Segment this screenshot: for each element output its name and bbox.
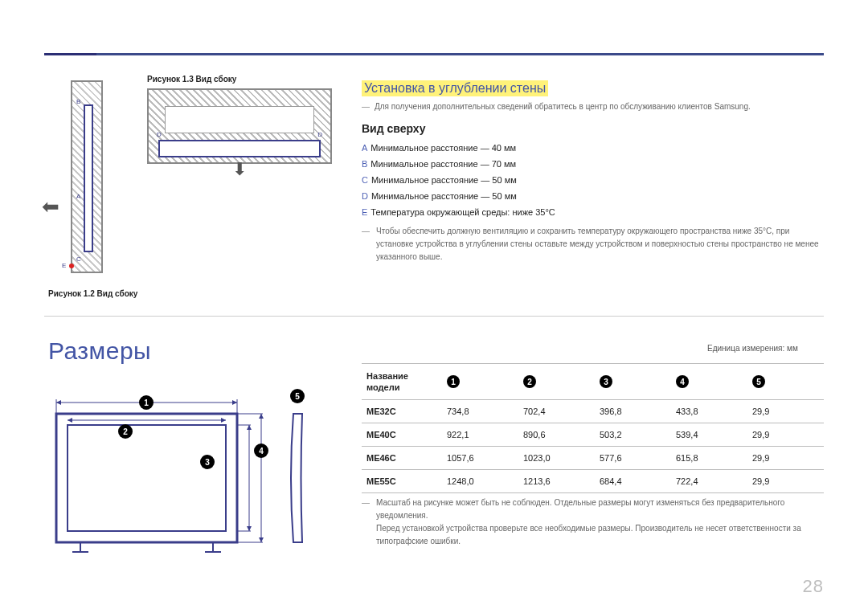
cell: 29,9	[747, 423, 824, 446]
cell: 396,8	[595, 400, 671, 423]
subhead-top-view: Вид сверху	[362, 122, 426, 135]
footnote-1: Масштаб на рисунке может быть не соблюде…	[376, 497, 820, 522]
page-number: 28	[803, 576, 824, 597]
cell: 722,4	[671, 470, 747, 492]
badge-4-icon: 4	[676, 375, 689, 388]
cell: 1023,0	[518, 447, 595, 469]
svg-marker-8	[68, 418, 72, 423]
cell: 29,9	[747, 400, 824, 423]
table-row: ME46C 1057,6 1023,0 577,6 615,8 29,9	[362, 447, 824, 470]
dimension-diagram: 1 2 3 4 5	[48, 382, 317, 558]
cell: 577,6	[595, 447, 671, 469]
table-row: ME40C 922,1 890,6 503,2 539,4 29,9	[362, 423, 824, 447]
header-accent	[44, 53, 96, 55]
svg-marker-14	[259, 414, 264, 419]
svg-marker-3	[56, 400, 61, 405]
dist-key-e: E	[362, 207, 367, 217]
cell: 29,9	[747, 470, 824, 492]
header-rule	[44, 53, 824, 55]
page: Рисунок 1.3 Вид сбоку D D ⬇ B A C E ⬅ Ри…	[0, 0, 868, 613]
cell: 539,4	[671, 423, 747, 446]
svg-text:5: 5	[295, 392, 300, 401]
cell: 433,8	[671, 400, 747, 423]
dist-key-b: B	[362, 159, 367, 169]
dist-text-d: Минимальное расстояние — 50 мм	[371, 191, 517, 201]
divider	[44, 316, 824, 317]
badge-1-icon: 1	[447, 375, 460, 388]
down-arrow-icon: ⬇	[232, 159, 247, 180]
cell-model: ME40C	[362, 423, 442, 446]
cell-model: ME55C	[362, 470, 442, 492]
svg-text:3: 3	[205, 458, 210, 467]
figure-1-3-caption: Рисунок 1.3 Вид сбоку	[147, 75, 236, 84]
cell: 1248,0	[442, 470, 518, 492]
ventilation-note: ―Чтобы обеспечить должную вентиляцию и с…	[362, 225, 820, 264]
ventilation-note-text: Чтобы обеспечить должную вентиляцию и со…	[376, 225, 820, 264]
install-note-text: Для получения дополнительных сведений об…	[375, 102, 751, 111]
cell-model: ME32C	[362, 400, 442, 423]
label-b: B	[76, 98, 80, 105]
label-d-right: D	[317, 131, 322, 138]
col-1: 1	[442, 369, 518, 394]
dist-text-a: Минимальное расстояние — 40 мм	[371, 143, 516, 153]
col-4: 4	[671, 369, 747, 394]
temperature-dot-icon	[69, 264, 74, 268]
section-dimensions-title: Размеры	[48, 337, 151, 365]
col-model: Название модели	[362, 364, 442, 399]
section-install-title: Установка в углублении стены	[362, 80, 548, 96]
cell: 702,4	[518, 400, 595, 423]
cell: 615,8	[671, 447, 747, 469]
badge-5-icon: 5	[752, 375, 765, 388]
col-5: 5	[747, 369, 824, 394]
svg-rect-1	[68, 425, 226, 531]
svg-marker-15	[259, 537, 264, 542]
cell: 503,2	[595, 423, 671, 446]
dist-text-c: Минимальное расстояние — 50 мм	[371, 175, 517, 185]
svg-text:4: 4	[259, 447, 264, 456]
svg-text:2: 2	[123, 427, 128, 436]
dist-text-e: Температура окружающей среды: ниже 35°C	[371, 207, 555, 217]
dist-key-a: A	[362, 143, 367, 153]
svg-rect-0	[56, 414, 237, 542]
dimensions-footnote: ― Масштаб на рисунке может быть не соблю…	[362, 497, 820, 548]
distance-list: AМинимальное расстояние — 40 мм BМинимал…	[362, 140, 555, 220]
footnote-2: Перед установкой устройства проверьте вс…	[376, 522, 820, 548]
table-row: ME32C 734,8 702,4 396,8 433,8 29,9	[362, 400, 824, 423]
install-note: ―Для получения дополнительных сведений о…	[362, 102, 751, 111]
badge-3-icon: 3	[600, 375, 612, 388]
dist-text-b: Минимальное расстояние — 70 мм	[371, 159, 516, 169]
col-3: 3	[595, 369, 671, 394]
cell: 29,9	[747, 447, 824, 469]
svg-marker-11	[247, 425, 252, 430]
cell: 890,6	[518, 423, 595, 446]
unit-label: Единица измерения: мм	[707, 344, 798, 353]
left-arrow-icon: ⬅	[42, 194, 59, 219]
table-header-row: Название модели 1 2 3 4 5	[362, 363, 824, 400]
cell-model: ME46C	[362, 447, 442, 469]
figure-1-2: B A C E ⬅	[71, 80, 103, 273]
cell: 684,4	[595, 470, 671, 492]
cell: 1057,6	[442, 447, 518, 469]
svg-marker-4	[232, 400, 237, 405]
figure-1-2-caption: Рисунок 1.2 Вид сбоку	[48, 289, 137, 298]
label-e: E	[62, 262, 66, 269]
svg-marker-9	[221, 418, 226, 423]
dimensions-table: Название модели 1 2 3 4 5 ME32C 734,8 70…	[362, 363, 824, 493]
badge-2-icon: 2	[523, 375, 536, 388]
figure-1-3: D D ⬇	[147, 88, 332, 164]
dist-key-d: D	[362, 191, 368, 201]
cell: 922,1	[442, 423, 518, 446]
label-c: C	[76, 255, 81, 263]
label-a: A	[76, 193, 80, 200]
table-row: ME55C 1248,0 1213,6 684,4 722,4 29,9	[362, 470, 824, 493]
svg-marker-12	[247, 526, 252, 531]
cell: 734,8	[442, 400, 518, 423]
svg-text:1: 1	[144, 398, 149, 407]
label-d-left: D	[157, 131, 162, 138]
col-2: 2	[518, 369, 595, 394]
dist-key-c: C	[362, 175, 368, 185]
cell: 1213,6	[518, 470, 595, 492]
